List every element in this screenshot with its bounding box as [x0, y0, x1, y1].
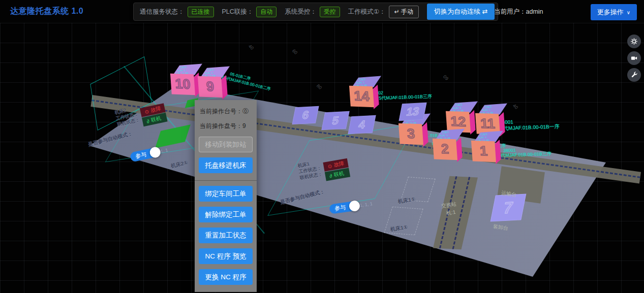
pallet-into-machine-button[interactable]: 托盘移进机床	[199, 157, 253, 173]
pallet-number: 10	[174, 76, 191, 92]
pallet-cube-front: 2	[433, 139, 457, 160]
pallet-number: 11	[480, 116, 496, 132]
pallet-cube-front: 14	[349, 86, 374, 108]
status-label: 通信服务状态：	[140, 8, 185, 16]
wrench-icon	[630, 71, 638, 79]
pallet-cube-front: 3	[398, 123, 423, 145]
gear-icon	[630, 38, 638, 45]
popup-action-button[interactable]: 更换 NC 程序	[199, 269, 253, 285]
status-list: 通信服务状态： 已连接 PLC联接： 自动 系统受控： 受控	[140, 7, 340, 17]
pallet-number: 3	[407, 126, 415, 142]
popup-action-button[interactable]: 绑定车间工单	[199, 186, 253, 202]
status-item: 系统受控： 受控	[285, 7, 340, 17]
app-title: 达意隆托盘系统 1.0	[10, 6, 83, 17]
pallet-cube-front: 1	[471, 141, 496, 162]
header-bar: 达意隆托盘系统 1.0 通信服务状态： 已连接 PLC联接： 自动 系统受控	[0, 0, 644, 23]
pallet-slot[interactable]: 6	[292, 106, 319, 124]
pallet-cube-front: 10	[170, 74, 195, 95]
pallet-number: 12	[450, 114, 466, 130]
popup-action-buttons: 绑定车间工单解除绑定工单重置加工状态NC 程序 预览更换 NC 程序	[195, 180, 257, 292]
slot-number: 13	[405, 105, 420, 118]
switch-auto-continuous-button[interactable]: 切换为自动连续 ⇄	[427, 4, 495, 20]
pallet-number: 2	[441, 141, 449, 157]
status-badge: 受控	[320, 7, 340, 17]
slot-number: 7	[502, 198, 514, 217]
link-icon: ∂	[329, 173, 332, 179]
pallet-slot[interactable]: 7	[490, 193, 527, 221]
work-mode-group: 工作模式①： ↵ 手动	[348, 6, 419, 18]
username: admin	[526, 8, 543, 15]
grid-tick-label: 80	[316, 83, 323, 90]
slot-number: 6	[301, 109, 310, 122]
pallet-cube-front: 9	[198, 76, 223, 98]
chevron-down-icon: ∨	[627, 10, 630, 15]
status-item: 通信服务状态： 已连接	[140, 7, 214, 17]
scene-canvas[interactable]: 4060800940 05-01B二序机架5代MJAF.01B.00-01B二序…	[0, 23, 644, 293]
camera-view-button[interactable]	[627, 51, 641, 65]
popup-action-button[interactable]: 解除绑定工单	[199, 207, 253, 222]
grid-tick-label: 09	[442, 74, 449, 81]
current-station-row: 当前操作台号：⓪	[200, 107, 252, 116]
enter-icon: ↵	[394, 8, 400, 15]
current-user: 当前用户：admin	[494, 8, 543, 16]
fault-icon: ⊙	[327, 163, 332, 169]
pallet-cube[interactable]: 已加工 RUN: 1 单号: 21.46 1	[471, 131, 502, 165]
pallet-context-menu: 当前操作台号：⓪ 当前操作盘号：9 移动到装卸站 托盘移进机床 绑定车间工单解除…	[195, 100, 257, 292]
swap-icon: ⇄	[482, 8, 488, 15]
manual-mode-button[interactable]: ↵ 手动	[389, 6, 419, 18]
grid-tick-label: 60	[291, 48, 298, 55]
current-pallet-value: 9	[242, 122, 246, 129]
tools-button[interactable]	[627, 68, 641, 82]
app-window: 达意隆托盘系统 1.0 通信服务状态： 已连接 PLC联接： 自动 系统受控	[0, 0, 644, 293]
toggle-knob[interactable]	[349, 200, 361, 212]
pallet-slot[interactable]: 5	[321, 111, 349, 130]
work-mode-label: 工作模式①：	[348, 8, 386, 16]
status-label: PLC联接：	[222, 8, 254, 16]
status-badge: 已连接	[188, 7, 214, 17]
link-icon: ∂	[146, 118, 149, 124]
status-panel: 通信服务状态： 已连接 PLC联接： 自动 系统受控： 受控 工作模式①：	[133, 3, 498, 21]
grid-tick-label: 40	[248, 44, 255, 51]
pallet-number: 1	[479, 143, 488, 159]
pallet-slot[interactable]: 4	[348, 115, 376, 134]
camera-icon	[630, 54, 638, 62]
status-item: PLC联接： 自动	[222, 7, 277, 17]
pallet-cube[interactable]: 已加工 RUN: 1 单号: 21.46 14	[349, 76, 380, 110]
more-actions-button[interactable]: 更多操作∨	[591, 4, 637, 20]
toggle-label: 参与	[334, 204, 346, 213]
slot-number: 5	[331, 114, 340, 127]
toggle-suffix: 1, 1, 1	[359, 201, 373, 208]
grid-tick-label: 40	[512, 103, 519, 110]
settings-button[interactable]	[627, 35, 641, 48]
popup-action-button[interactable]: 重置加工状态	[199, 227, 253, 243]
status-label: 系统受控：	[285, 8, 317, 16]
slot-number: 4	[357, 118, 366, 132]
pallet-slot[interactable]: 13	[398, 103, 426, 121]
current-station-value: ⓪	[242, 108, 249, 115]
move-to-loading-station-button: 移动到装卸站	[199, 137, 253, 152]
toggle-suffix: 1, 1	[160, 147, 168, 154]
fault-icon: ⊙	[144, 108, 149, 115]
pallet-cube[interactable]: 已加工 RUN: 1 单号: 21.46 9	[197, 67, 229, 100]
pallet-number: 9	[206, 79, 214, 94]
popup-action-button[interactable]: NC 程序 预览	[199, 248, 253, 264]
status-badge: 自动	[256, 7, 277, 17]
pallet-cube[interactable]: 已加工 RUN: 1 单号: 21.46 10	[170, 64, 201, 97]
pallet-cube[interactable]: 已加工 RUN: 1 单号: 21.46 2	[432, 129, 464, 162]
pallet-number: 14	[353, 88, 370, 105]
current-pallet-row: 当前操作盘号：9	[200, 122, 252, 131]
toggle-label: 参与	[135, 150, 147, 160]
area-label: 机:1	[446, 209, 456, 217]
